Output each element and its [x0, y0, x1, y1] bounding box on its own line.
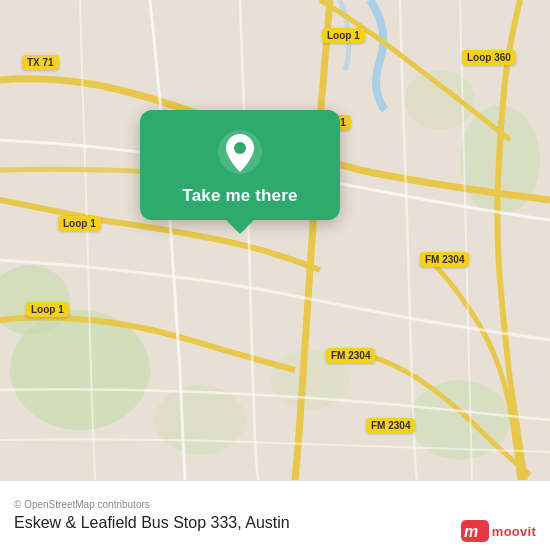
- road-label-loop1-left: Loop 1: [58, 216, 101, 231]
- road-label-fm2304-mid: FM 2304: [326, 348, 375, 363]
- location-pin-icon: [216, 128, 264, 176]
- road-label-loop360: Loop 360: [462, 50, 516, 65]
- location-name: Eskew & Leafield Bus Stop 333, Austin: [14, 514, 536, 532]
- road-label-fm2304-right: FM 2304: [420, 252, 469, 267]
- map-container: TX 71 Loop 1 Loop 360 Loop 1 Loop 1 Loop…: [0, 0, 550, 480]
- moovit-text-label: moovit: [492, 524, 536, 539]
- moovit-m-icon: m: [461, 520, 489, 542]
- svg-point-6: [155, 385, 245, 455]
- road-label-loop1-bl: Loop 1: [26, 302, 69, 317]
- road-label-fm2304-bot: FM 2304: [366, 418, 415, 433]
- svg-point-5: [405, 70, 475, 130]
- svg-text:m: m: [464, 523, 478, 540]
- moovit-logo: m moovit: [461, 520, 536, 542]
- svg-point-9: [234, 142, 246, 154]
- road-label-loop1-top: Loop 1: [322, 28, 365, 43]
- road-label-tx71: TX 71: [22, 55, 59, 70]
- take-me-there-label: Take me there: [182, 186, 297, 206]
- popup-card[interactable]: Take me there: [140, 110, 340, 220]
- osm-attribution: © OpenStreetMap contributors: [14, 499, 536, 510]
- bottom-bar: © OpenStreetMap contributors Eskew & Lea…: [0, 480, 550, 550]
